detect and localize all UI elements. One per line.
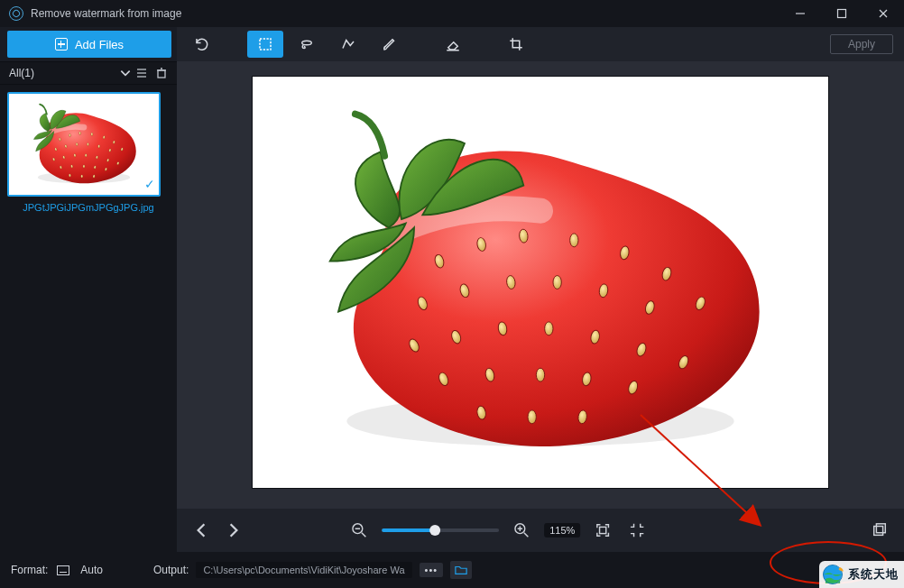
output-path[interactable]: C:\Users\pc\Documents\VidiKit\Joyoshare … xyxy=(196,562,411,578)
zoom-percent: 115% xyxy=(544,523,580,537)
svg-rect-33 xyxy=(260,39,271,50)
format-value[interactable]: Auto xyxy=(80,564,103,576)
tool-toolbar: Apply xyxy=(177,27,904,61)
thumbnail-item[interactable]: ✓ xyxy=(7,92,161,197)
svg-rect-38 xyxy=(158,70,165,78)
svg-line-45 xyxy=(524,533,529,537)
format-label: Format: xyxy=(11,564,48,576)
next-image-button[interactable] xyxy=(222,519,245,542)
plus-icon xyxy=(55,38,68,51)
svg-rect-30 xyxy=(838,10,846,18)
viewer-controls: 115% xyxy=(177,509,904,552)
svg-rect-49 xyxy=(874,527,883,536)
format-icon xyxy=(57,565,69,575)
filter-label: All(1) xyxy=(9,67,34,79)
title-bar: Remove watermark from image xyxy=(0,0,904,27)
marquee-select-tool[interactable] xyxy=(247,31,283,58)
image-preview xyxy=(252,76,829,489)
globe-icon xyxy=(821,563,844,586)
crop-tool[interactable] xyxy=(498,31,534,58)
eraser-tool[interactable] xyxy=(435,31,471,58)
svg-line-42 xyxy=(362,533,366,537)
thumbnail-filename: JPGtJPGiJPGmJPGgJPG.jpg xyxy=(7,202,170,213)
watermark-badge: 系统天地 xyxy=(819,561,904,588)
filter-bar: All(1) xyxy=(0,61,177,85)
canvas-area[interactable] xyxy=(186,70,895,509)
selected-check-icon: ✓ xyxy=(144,177,155,191)
chevron-down-icon[interactable] xyxy=(119,67,132,79)
zoom-out-button[interactable] xyxy=(347,519,371,542)
undo-button[interactable] xyxy=(184,31,220,58)
browse-output-button[interactable]: ••• xyxy=(420,563,444,577)
bottom-bar: Format: Auto Output: C:\Users\pc\Documen… xyxy=(0,552,904,588)
polygon-tool[interactable] xyxy=(330,31,366,58)
sidebar: All(1) ✓ JPGtJPGiJPGmJPGgJPG.jpg xyxy=(0,61,177,552)
brush-tool[interactable] xyxy=(372,31,408,58)
prev-image-button[interactable] xyxy=(189,519,213,542)
add-files-button[interactable]: Add Files xyxy=(7,31,171,58)
maximize-button[interactable] xyxy=(821,0,862,27)
lasso-tool[interactable] xyxy=(289,31,325,58)
svg-rect-48 xyxy=(600,527,606,533)
clear-list-button[interactable] xyxy=(152,63,171,83)
output-label: Output: xyxy=(153,564,189,576)
svg-rect-50 xyxy=(876,524,885,533)
actual-size-button[interactable] xyxy=(591,519,614,542)
apply-button[interactable]: Apply xyxy=(830,34,893,54)
zoom-slider[interactable] xyxy=(382,528,499,532)
watermark-text: 系统天地 xyxy=(848,566,899,583)
thumbnail-image xyxy=(9,94,159,195)
list-view-button[interactable] xyxy=(132,63,152,83)
compare-button[interactable] xyxy=(868,519,891,542)
zoom-in-button[interactable] xyxy=(510,519,533,542)
minimize-button[interactable] xyxy=(779,0,821,27)
filter-dropdown[interactable]: All(1) xyxy=(5,67,119,79)
apply-label: Apply xyxy=(848,38,875,51)
open-output-folder-button[interactable] xyxy=(450,561,472,579)
window-title: Remove watermark from image xyxy=(31,7,779,20)
add-files-label: Add Files xyxy=(75,38,124,51)
fit-screen-button[interactable] xyxy=(625,519,649,542)
app-logo-icon xyxy=(9,6,23,21)
close-button[interactable] xyxy=(862,0,904,27)
